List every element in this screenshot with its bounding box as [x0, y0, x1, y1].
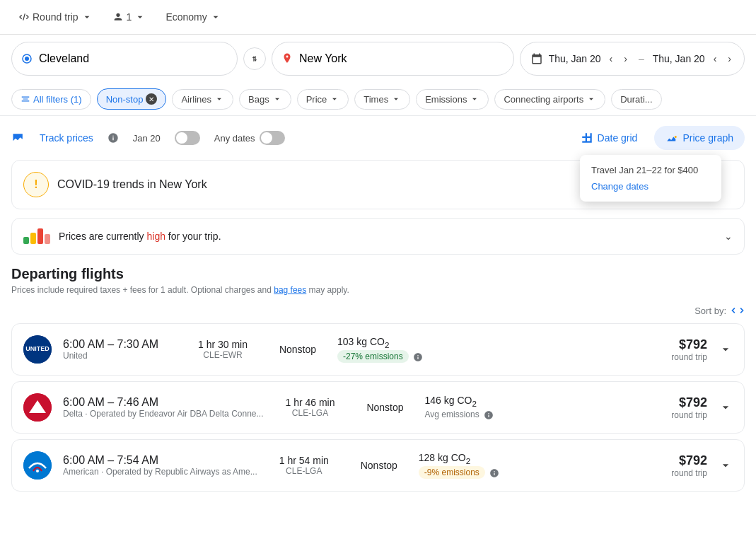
track-prices-toggle[interactable]: [175, 131, 200, 145]
emissions-info-icon-3[interactable]: [489, 468, 499, 478]
passengers-label: 1: [127, 11, 132, 23]
all-filters-chip[interactable]: All filters (1): [11, 89, 91, 110]
sort-by-label: Sort by:: [694, 306, 726, 316]
duration-chip[interactable]: Durati...: [611, 89, 662, 110]
tooltip-change-dates[interactable]: Change dates: [591, 181, 710, 192]
flight-stops-1: Nonstop: [269, 344, 326, 355]
per-trip-2: round trip: [671, 410, 707, 420]
co2-1: 103 kg CO2: [337, 336, 436, 349]
top-bar: Round trip 1 Economy: [0, 0, 756, 35]
flights-subtitle-end: may apply.: [309, 285, 349, 295]
trip-type-selector[interactable]: Round trip: [11, 7, 100, 27]
swap-button[interactable]: [243, 47, 266, 70]
price-notice-expand-icon[interactable]: ⌄: [724, 231, 733, 242]
flight-emissions-1: 103 kg CO2 -27% emissions: [337, 336, 436, 364]
any-dates-toggle[interactable]: [260, 131, 285, 145]
emission-badge-2: Avg emissions: [425, 410, 479, 419]
flight-row[interactable]: 6:00 AM – 7:46 AM Delta · Operated by En…: [11, 381, 745, 434]
flight-duration-1: 1 hr 30 min CLE-EWR: [187, 339, 258, 360]
emissions-chip[interactable]: Emissions: [416, 89, 489, 110]
cabin-class-selector[interactable]: Economy: [158, 7, 228, 27]
nonstop-chip[interactable]: Non-stop ✕: [97, 88, 167, 110]
duration-label-3: 1 hr 54 min: [269, 455, 339, 466]
date1-prev[interactable]: ‹: [607, 50, 616, 67]
flight-times-2: 6:00 AM – 7:46 AM Delta · Operated by En…: [63, 396, 264, 419]
airline-logo-united: UNITED: [23, 335, 52, 364]
price-notice-high: high: [146, 231, 165, 242]
airlines-label: Airlines: [181, 94, 211, 105]
flight-stops-3: Nonstop: [351, 460, 407, 471]
route-label-2: CLE-LGA: [275, 408, 346, 418]
connecting-airports-chip[interactable]: Connecting airports: [494, 89, 605, 110]
co2-2: 146 kg CO2: [425, 395, 524, 408]
co2-3: 128 kg CO2: [419, 452, 518, 465]
cabin-class-label: Economy: [165, 11, 207, 23]
track-prices-date: Jan 20: [133, 133, 161, 144]
flight-stops-2: Nonstop: [357, 402, 414, 413]
destination-input[interactable]: New York: [299, 52, 505, 65]
passengers-selector[interactable]: 1: [105, 7, 153, 27]
sort-row: Sort by:: [11, 303, 745, 318]
emission-badge-1: -27% emissions: [337, 350, 409, 363]
price-chip[interactable]: Price: [297, 89, 349, 110]
flight-emissions-2: 146 kg CO2 Avg emissions: [425, 395, 524, 419]
price-3: $792: [671, 453, 707, 468]
price-label: Price: [306, 94, 327, 105]
flight-emissions-3: 128 kg CO2 -9% emissions: [419, 452, 518, 480]
date1-label: Thu, Jan 20: [549, 53, 601, 64]
any-dates-label: Any dates: [214, 133, 255, 144]
emissions-info-icon-1[interactable]: [413, 352, 423, 362]
sort-icon[interactable]: [731, 303, 745, 318]
svg-point-0: [25, 57, 29, 61]
flight-duration-3: 1 hr 54 min CLE-LGA: [269, 455, 339, 476]
destination-input-group[interactable]: New York: [272, 42, 514, 76]
airlines-chip[interactable]: Airlines: [172, 89, 233, 110]
times-chip[interactable]: Times: [354, 89, 410, 110]
date-grid-btn[interactable]: Date grid: [569, 126, 649, 150]
flight-row[interactable]: UNITED 6:00 AM – 7:30 AM United 1 hr 30 …: [11, 323, 745, 376]
svg-text:UNITED: UNITED: [25, 345, 50, 352]
price-1: $792: [671, 337, 707, 352]
bag-fees-link[interactable]: bag fees: [274, 285, 306, 295]
origin-input[interactable]: Cleveland: [39, 52, 228, 65]
origin-input-group[interactable]: Cleveland: [11, 42, 238, 76]
connecting-airports-label: Connecting airports: [504, 94, 583, 105]
per-trip-3: round trip: [671, 468, 707, 478]
date-grid-price-area: Date grid Price graph: [569, 126, 745, 150]
price-notice-text1: Prices are currently: [59, 231, 146, 242]
track-prices-info-icon[interactable]: [107, 132, 119, 144]
trip-type-label: Round trip: [33, 11, 78, 23]
price-2: $792: [671, 395, 707, 410]
filters-row: All filters (1) Non-stop ✕ Airlines Bags…: [0, 83, 756, 116]
any-dates-group: Any dates: [214, 131, 285, 145]
price-notice-text: Prices are currently high for your trip.: [59, 231, 716, 242]
track-prices-row: Track prices Jan 20 Any dates Date grid …: [0, 116, 756, 160]
expand-arrow-1[interactable]: [719, 342, 733, 356]
times-label: Times: [364, 94, 388, 105]
flight-time-range-3: 6:00 AM – 7:54 AM: [63, 454, 257, 467]
date1-next[interactable]: ›: [621, 50, 630, 67]
american-logo-svg: [23, 451, 52, 480]
date2-prev[interactable]: ‹: [711, 50, 720, 67]
flight-row[interactable]: 6:00 AM – 7:54 AM American · Operated by…: [11, 439, 745, 492]
duration-label-1: 1 hr 30 min: [187, 339, 258, 350]
flight-airline-2: Delta · Operated by Endeavor Air DBA Del…: [63, 409, 264, 419]
svg-point-2: [675, 136, 677, 138]
flight-time-range-2: 6:00 AM – 7:46 AM: [63, 396, 264, 409]
emissions-info-icon-2[interactable]: [484, 410, 494, 420]
price-notice[interactable]: Prices are currently high for your trip.…: [11, 218, 745, 255]
route-label-3: CLE-LGA: [269, 466, 339, 476]
expand-arrow-3[interactable]: [719, 458, 733, 472]
price-graph-btn[interactable]: Price graph: [654, 126, 745, 150]
track-prices-label: Track prices: [40, 132, 93, 144]
bags-chip[interactable]: Bags: [239, 89, 291, 110]
svg-rect-7: [23, 451, 52, 480]
emissions-label: Emissions: [425, 94, 467, 105]
price-bars-icon: [23, 228, 50, 244]
nonstop-close[interactable]: ✕: [146, 93, 157, 105]
date-input-group[interactable]: Thu, Jan 20 ‹ › – Thu, Jan 20 ‹ ›: [520, 42, 745, 76]
date2-next[interactable]: ›: [725, 50, 734, 67]
expand-arrow-2[interactable]: [719, 400, 733, 414]
svg-point-8: [36, 470, 39, 472]
track-prices-icon: [11, 131, 25, 145]
